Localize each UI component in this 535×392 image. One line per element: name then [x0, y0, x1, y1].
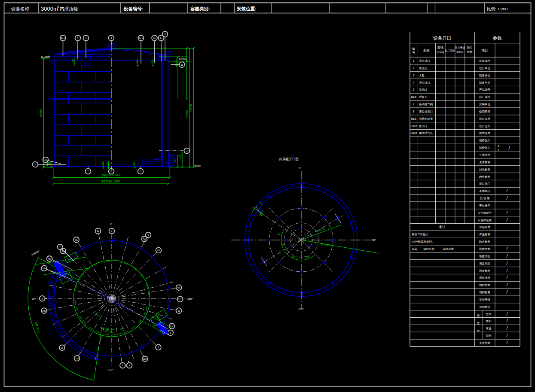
svg-text:3000m: 3000m — [41, 6, 58, 12]
svg-text:试验压力: 试验压力 — [479, 146, 490, 149]
svg-text:液位计口: 液位计口 — [419, 81, 430, 85]
svg-text:名称: 名称 — [423, 49, 430, 52]
svg-text:保温材料: 保温材料 — [479, 233, 491, 236]
svg-text:使用日期: 使用日期 — [479, 110, 490, 113]
svg-text:±0.000: ±0.000 — [195, 165, 201, 167]
svg-text:安装位置:: 安装位置: — [237, 6, 257, 11]
svg-text:11b: 11b — [143, 358, 147, 360]
svg-text:塔盘强度: 塔盘强度 — [479, 276, 491, 280]
svg-text:9d: 9d — [177, 286, 180, 289]
svg-text:/: / — [507, 218, 508, 222]
svg-text:安全等级: 安全等级 — [479, 298, 491, 301]
svg-text:涂料名称: 涂料名称 — [423, 247, 435, 251]
svg-text:接口法兰: 接口法兰 — [479, 182, 491, 185]
svg-text:5: 5 — [413, 88, 415, 91]
svg-text:6a: 6a — [97, 230, 99, 232]
svg-text:/: / — [509, 146, 510, 151]
svg-text:型式: 型式 — [486, 313, 492, 316]
svg-text:180°: 180° — [187, 298, 193, 300]
svg-text:10b: 10b — [43, 310, 46, 312]
svg-text:150: 150 — [133, 162, 135, 166]
svg-text:9a.b: 9a.b — [411, 117, 416, 120]
svg-text:/: / — [507, 283, 508, 287]
svg-text:90°: 90° — [32, 298, 36, 300]
svg-text:填料型式: 填料型式 — [479, 283, 491, 287]
svg-text:6c: 6c — [177, 310, 180, 312]
svg-text:2: 2 — [129, 364, 130, 367]
svg-text:2: 2 — [180, 298, 181, 301]
svg-text:/: / — [507, 340, 508, 345]
svg-text:型别: 型别 — [486, 334, 492, 337]
svg-text:1: 1 — [413, 59, 415, 62]
svg-text:8: 8 — [165, 33, 166, 36]
svg-text:17250: 17250 — [190, 104, 193, 112]
svg-text:16000: 16000 — [40, 109, 43, 117]
svg-text:塔盘材料: 塔盘材料 — [479, 269, 491, 273]
svg-text:2: 2 — [186, 149, 187, 152]
svg-text:操作温度: 操作温度 — [479, 131, 491, 135]
svg-text:4: 4 — [111, 230, 113, 232]
svg-text:/: / — [507, 312, 508, 316]
svg-text:壳体材料: 壳体材料 — [479, 161, 491, 164]
svg-text:6b: 6b — [153, 37, 156, 40]
svg-text:支座型式: 支座型式 — [479, 341, 491, 345]
svg-text:7: 7 — [77, 37, 79, 40]
svg-text:项目: 项目 — [482, 49, 488, 52]
svg-text:保温厚度: 保温厚度 — [479, 225, 491, 229]
svg-text:150: 150 — [136, 60, 138, 64]
svg-text:安全阀型号: 安全阀型号 — [478, 211, 492, 215]
svg-text:备注: 备注 — [439, 225, 446, 229]
svg-text:270°: 270° — [108, 368, 113, 371]
svg-text:150: 150 — [107, 162, 109, 166]
svg-text:量油口: 量油口 — [419, 88, 428, 91]
svg-text:5a: 5a — [143, 238, 146, 240]
svg-text:10a: 10a — [43, 267, 46, 270]
svg-text:号: 号 — [412, 51, 415, 54]
svg-text:压力等级: 压力等级 — [455, 46, 465, 49]
svg-text:垫片: 垫片 — [467, 46, 473, 49]
svg-text:9a: 9a — [75, 239, 78, 241]
svg-text:内浮顶罐: 内浮顶罐 — [60, 6, 78, 11]
svg-text:容器类别:: 容器类别: — [190, 6, 210, 11]
svg-text:90°: 90° — [277, 233, 281, 236]
svg-text:/: / — [507, 290, 508, 295]
svg-text:/: / — [507, 319, 508, 323]
svg-text:/: / — [507, 333, 508, 338]
svg-text:涂装: 涂装 — [412, 247, 418, 251]
svg-text:设备名称:: 设备名称: — [11, 6, 31, 11]
svg-text:150: 150 — [101, 162, 104, 165]
svg-text:6a.b: 6a.b — [139, 37, 143, 40]
svg-text:/: / — [507, 246, 508, 251]
svg-text:5: 5 — [111, 170, 112, 173]
svg-text:1500: 1500 — [110, 328, 115, 331]
svg-text:安全阀位置: 安全阀位置 — [478, 219, 492, 222]
svg-text:8: 8 — [42, 298, 43, 300]
svg-text:最低工作压力:: 最低工作压力: — [412, 233, 429, 236]
svg-text:/: / — [507, 261, 508, 266]
svg-text:1500: 1500 — [148, 293, 150, 298]
svg-text:排污口: 排污口 — [419, 125, 428, 128]
svg-text:3:: 3: — [498, 145, 500, 147]
svg-text:9b: 9b — [62, 250, 64, 252]
svg-text:出厂编号: 出厂编号 — [479, 95, 491, 98]
svg-text:套: 套 — [477, 322, 480, 325]
svg-text:进出油口: 进出油口 — [419, 59, 430, 63]
svg-text:9c: 9c — [160, 37, 162, 40]
svg-text:270°: 270° — [299, 307, 304, 310]
svg-text:防火材料: 防火材料 — [479, 240, 491, 243]
svg-text:7: 7 — [60, 246, 61, 249]
svg-text:参数: 参数 — [493, 35, 502, 40]
svg-text:内/外防腐层材料:: 内/外防腐层材料: — [412, 240, 433, 243]
svg-text:9c: 9c — [61, 346, 64, 349]
svg-text:EL+16050: EL+16050 — [41, 56, 50, 58]
svg-text:7: 7 — [140, 170, 141, 173]
svg-text:面积: 面积 — [486, 319, 492, 322]
svg-text:液位报警口: 液位报警口 — [419, 110, 433, 113]
svg-text:法兰型式: 法兰型式 — [445, 49, 456, 52]
svg-text:/: / — [507, 275, 508, 280]
svg-text:总 容 量: 总 容 量 — [479, 197, 490, 200]
svg-text:塔盘间距: 塔盘间距 — [479, 262, 491, 265]
svg-text:3: 3 — [413, 74, 415, 77]
svg-text:4: 4 — [111, 37, 112, 40]
svg-text:保温: 保温 — [486, 327, 492, 330]
